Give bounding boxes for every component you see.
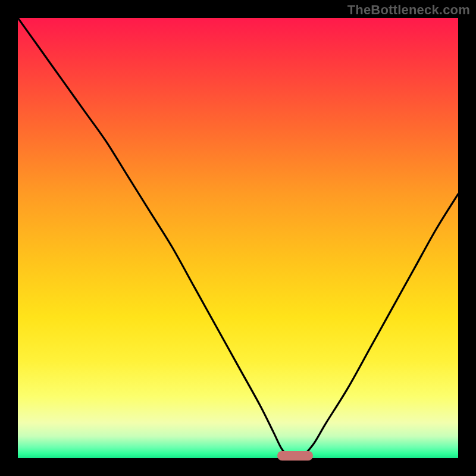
balance-marker	[277, 451, 313, 461]
chart-frame: TheBottleneck.com	[0, 0, 476, 476]
watermark-text: TheBottleneck.com	[347, 2, 470, 18]
curve-path	[18, 18, 458, 458]
plot-area	[18, 18, 458, 458]
bottleneck-curve	[18, 18, 458, 458]
